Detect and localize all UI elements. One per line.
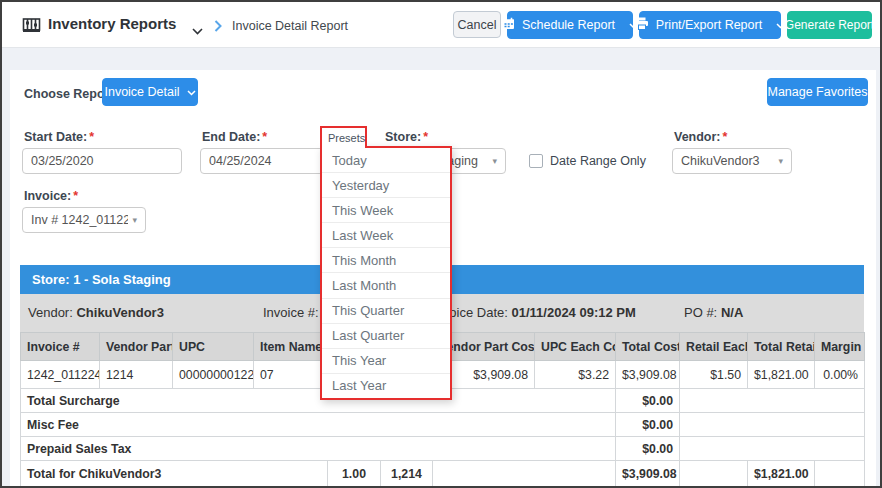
store-label: Store:* bbox=[385, 130, 428, 144]
inventory-reports-icon bbox=[22, 16, 41, 38]
preset-item-last-week[interactable]: Last Week bbox=[322, 223, 450, 248]
required-asterisk: * bbox=[73, 189, 78, 203]
vendor-select-value: ChikuVendor3 bbox=[681, 154, 774, 168]
cell-upc-each-cost: $3.22 bbox=[535, 361, 616, 389]
preset-item-this-year[interactable]: This Year bbox=[322, 349, 450, 374]
date-range-only-checkbox[interactable] bbox=[529, 154, 543, 168]
chevron-down-icon[interactable] bbox=[776, 18, 785, 32]
col-invoice-number: Invoice # bbox=[21, 333, 100, 361]
start-date-input[interactable] bbox=[22, 148, 182, 174]
cell-total-cost: $3,909.08 bbox=[616, 361, 680, 389]
preset-item-yesterday[interactable]: Yesterday bbox=[322, 173, 450, 198]
chevron-down-icon: ▾ bbox=[132, 215, 137, 225]
print-export-report-button[interactable]: Print/Export Report bbox=[639, 11, 781, 39]
info-vendor: Vendor: ChikuVendor3 bbox=[28, 294, 164, 332]
chevron-down-icon: ▾ bbox=[778, 156, 783, 166]
calendar-icon bbox=[502, 17, 515, 33]
total-row-label: Total for ChikuVendor3 bbox=[21, 461, 328, 488]
schedule-report-label: Schedule Report bbox=[522, 18, 615, 32]
preset-item-last-quarter[interactable]: Last Quarter bbox=[322, 324, 450, 349]
summary-label: Misc Fee bbox=[21, 413, 616, 437]
total-margin-empty bbox=[815, 461, 865, 488]
cell-invoice-number: 1242_011224 bbox=[21, 361, 100, 389]
date-range-only-label: Date Range Only bbox=[550, 154, 646, 168]
cell-upc: 000000001223 bbox=[173, 361, 254, 389]
vendor-total-row: Total for ChikuVendor3 1.00 1,214 $3,909… bbox=[21, 461, 865, 488]
summary-label: Total Surcharge bbox=[21, 389, 616, 413]
info-invoice-number: Invoice #: bbox=[263, 294, 319, 332]
total-upc-qty: 1,214 bbox=[381, 461, 433, 488]
chevron-down-icon: ▾ bbox=[492, 156, 497, 166]
breadcrumb: Invoice Detail Report bbox=[232, 19, 348, 33]
required-asterisk: * bbox=[723, 130, 728, 144]
info-invoice-date: Invoice Date: 01/11/2024 09:12 PM bbox=[432, 294, 636, 332]
page-title[interactable]: Inventory Reports bbox=[48, 15, 176, 32]
top-bar: Inventory Reports Invoice Detail Report … bbox=[2, 2, 880, 48]
summary-total-cost: $0.00 bbox=[616, 389, 680, 413]
choose-report-label: Choose Report bbox=[24, 87, 114, 101]
required-asterisk: * bbox=[262, 130, 267, 144]
summary-total-cost: $0.00 bbox=[616, 413, 680, 437]
presets-trigger[interactable]: Presets bbox=[320, 126, 367, 148]
presets-menu: Today Yesterday This Week Last Week This… bbox=[320, 146, 452, 400]
report-type-dropdown[interactable]: Invoice Detail bbox=[102, 78, 198, 106]
required-asterisk: * bbox=[89, 130, 94, 144]
invoice-select[interactable]: Inv # 1242_011224 I... ▾ bbox=[22, 207, 146, 233]
summary-total-cost: $0.00 bbox=[616, 437, 680, 461]
summary-empty bbox=[680, 437, 865, 461]
summary-empty bbox=[680, 413, 865, 437]
misc-fee-row: Misc Fee $0.00 bbox=[21, 413, 865, 437]
summary-empty bbox=[680, 389, 865, 413]
breadcrumb-chevron-icon bbox=[214, 18, 222, 36]
total-total-retail: $1,821.00 bbox=[748, 461, 815, 488]
total-total-cost: $3,909.08 bbox=[616, 461, 680, 488]
preset-item-today[interactable]: Today bbox=[322, 148, 450, 173]
cancel-button[interactable]: Cancel bbox=[453, 11, 501, 38]
required-asterisk: * bbox=[423, 130, 428, 144]
report-type-value: Invoice Detail bbox=[104, 85, 179, 99]
preset-item-this-month[interactable]: This Month bbox=[322, 248, 450, 273]
print-export-report-label: Print/Export Report bbox=[656, 18, 762, 32]
generate-report-button[interactable]: Generate Report bbox=[787, 11, 872, 39]
cell-retail-each: $1.50 bbox=[680, 361, 748, 389]
col-item-name: Item Name bbox=[254, 333, 328, 361]
cell-item-name: 07 bbox=[254, 361, 328, 389]
col-total-retail: Total Retail bbox=[748, 333, 815, 361]
cell-margin: 0.00% bbox=[815, 361, 865, 389]
cell-total-retail: $1,821.00 bbox=[748, 361, 815, 389]
end-date-label: End Date:* bbox=[202, 130, 267, 144]
col-upc: UPC bbox=[173, 333, 254, 361]
total-retail-each-empty bbox=[680, 461, 748, 488]
col-margin: Margin bbox=[815, 333, 865, 361]
col-total-cost: Total Cost bbox=[616, 333, 680, 361]
chevron-down-icon bbox=[187, 85, 196, 99]
col-retail-each: Retail Each bbox=[680, 333, 748, 361]
start-date-label: Start Date:* bbox=[24, 130, 94, 144]
preset-item-last-month[interactable]: Last Month bbox=[322, 273, 450, 298]
vendor-select[interactable]: ChikuVendor3 ▾ bbox=[672, 148, 792, 174]
summary-label: Prepaid Sales Tax bbox=[21, 437, 616, 461]
chevron-down-icon[interactable] bbox=[192, 21, 203, 39]
preset-item-last-year[interactable]: Last Year bbox=[322, 374, 450, 398]
invoice-select-value: Inv # 1242_011224 I... bbox=[31, 213, 128, 227]
schedule-report-button[interactable]: Schedule Report bbox=[507, 11, 633, 39]
col-upc-each-cost: UPC Each Cost bbox=[535, 333, 616, 361]
invoice-label: Invoice:* bbox=[24, 189, 78, 203]
info-po-number: PO #: N/A bbox=[684, 294, 743, 332]
prepaid-sales-tax-row: Prepaid Sales Tax $0.00 bbox=[21, 437, 865, 461]
vendor-label: Vendor:* bbox=[674, 130, 727, 144]
printer-icon bbox=[635, 17, 649, 33]
invoice-detail-report-page: Inventory Reports Invoice Detail Report … bbox=[0, 0, 882, 488]
cell-vendor-part: 1214 bbox=[100, 361, 173, 389]
total-empty bbox=[433, 461, 616, 488]
preset-item-this-week[interactable]: This Week bbox=[322, 198, 450, 223]
col-vendor-part: Vendor Part bbox=[100, 333, 173, 361]
total-qty: 1.00 bbox=[328, 461, 381, 488]
preset-item-this-quarter[interactable]: This Quarter bbox=[322, 299, 450, 324]
manage-favorites-button[interactable]: Manage Favorites bbox=[767, 78, 868, 106]
